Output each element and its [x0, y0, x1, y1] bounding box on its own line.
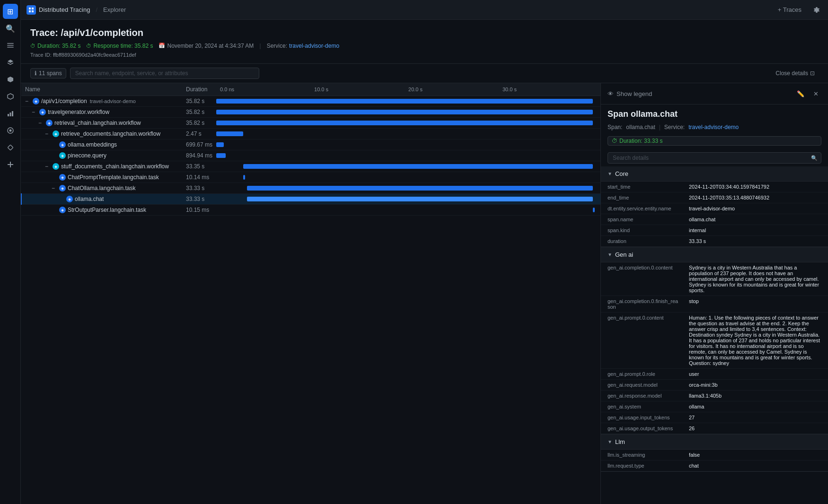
span-title: Span ollama.chat: [601, 104, 828, 122]
detail-value: Sydney is a city in Western Australia th…: [686, 262, 828, 295]
detail-search-input[interactable]: [608, 152, 821, 164]
sidebar-icon-diamond[interactable]: [3, 140, 18, 155]
detail-key: end_time: [601, 192, 686, 203]
sidebar-icon-plus[interactable]: [3, 157, 18, 172]
svg-rect-13: [29, 8, 31, 9]
span-name-cell: −◈travelgenerator.workflow: [25, 109, 178, 115]
settings-icon[interactable]: [811, 4, 822, 16]
sidebar-icon-layers[interactable]: [3, 55, 18, 70]
svg-rect-1: [7, 45, 14, 46]
duration-cell: 33.35 s: [182, 161, 216, 172]
span-name-cell: ◈StrOutputParser.langchain.task: [25, 207, 178, 213]
page-meta: ⏱ Duration: 35.82 s ⏱ Response time: 35.…: [30, 42, 819, 49]
sidebar-icon-hex1[interactable]: [3, 72, 18, 87]
detail-value: 2024-11-20T03:35:13.4880746932: [686, 192, 828, 203]
span-subtitle: Span: ollama.chat | Service: travel-advi…: [601, 122, 828, 134]
detail-key: dt.entity.service.entity.name: [601, 203, 686, 214]
core-chevron-icon: ▼: [608, 171, 612, 176]
expand-icon[interactable]: −: [32, 109, 37, 115]
trace-table: Name Duration 0.0 ns 10.0 s 20.0 s 30.0 …: [21, 83, 600, 216]
detail-row: gen_ai.response.modelllama3.1:405b: [601, 391, 828, 401]
calendar-icon: 📅: [159, 43, 165, 49]
span-label: Span:: [608, 124, 622, 130]
table-row[interactable]: −◈stuff_documents_chain.langchain.workfl…: [21, 161, 600, 172]
table-row[interactable]: −◈retrieve_documents.langchain.workflow2…: [21, 129, 600, 139]
sidebar-icon-search[interactable]: 🔍: [3, 21, 18, 36]
detail-key: gen_ai.usage.output_tokens: [601, 423, 686, 434]
detail-key: gen_ai.system: [601, 401, 686, 412]
detail-row: gen_ai.completion.0.finish_reasonstop: [601, 296, 828, 313]
response-icon: ⏱: [86, 43, 91, 49]
detail-key: duration: [601, 236, 686, 246]
span-name-text: retrieval_chain.langchain.workflow: [54, 120, 141, 126]
timeline-bar: [216, 110, 593, 114]
table-row[interactable]: −◈/api/v1/completiontravel-advisor-demo3…: [21, 96, 600, 107]
detail-value: 33.33 s: [686, 236, 828, 246]
edit-icon[interactable]: ✏️: [795, 88, 806, 99]
expand-icon[interactable]: −: [45, 163, 51, 170]
detail-row: span.kindinternal: [601, 225, 828, 236]
svg-rect-0: [7, 43, 14, 44]
topbar-brand: Distributed Tracing: [26, 5, 90, 15]
detail-value: chat: [686, 461, 828, 471]
panel-service-link[interactable]: travel-advisor-demo: [688, 124, 739, 130]
panel-close-icon[interactable]: ✕: [810, 88, 821, 99]
detail-row: gen_ai.request.modelorca-mini:3b: [601, 380, 828, 391]
table-row[interactable]: −◈ChatOllama.langchain.task33.33 s: [21, 183, 600, 194]
trace-search-input[interactable]: [70, 68, 259, 79]
span-name-cell: ◈ollama.chat: [26, 196, 178, 202]
span-name-cell: −◈retrieval_chain.langchain.workflow: [25, 120, 178, 126]
expand-icon[interactable]: −: [52, 185, 57, 191]
span-type-icon: ◈: [59, 174, 66, 181]
sidebar-icon-chart[interactable]: [3, 106, 18, 121]
detail-row: gen_ai.prompt.0.contentHuman: 1. Use the…: [601, 313, 828, 369]
llm-section-header[interactable]: ▼ Llm: [601, 434, 828, 450]
llm-section-label: Llm: [615, 438, 625, 445]
close-details-button[interactable]: Close details ⊡: [772, 68, 819, 79]
table-row[interactable]: ◈ChatPromptTemplate.langchain.task10.14 …: [21, 172, 600, 183]
table-row[interactable]: ◈ollama.embeddings699.67 ms: [21, 139, 600, 150]
svg-rect-12: [8, 164, 13, 165]
expand-icon[interactable]: −: [38, 120, 44, 126]
sidebar-icon-hex2[interactable]: [3, 89, 18, 104]
service-link[interactable]: travel-advisor-demo: [289, 43, 339, 49]
table-row[interactable]: ◈pinecone.query894.94 ms: [21, 150, 600, 161]
span-name-text: ollama.chat: [75, 196, 104, 202]
svg-rect-5: [8, 114, 9, 116]
timeline-cell: [216, 205, 600, 216]
show-legend-section: 👁 Show legend: [608, 90, 652, 97]
table-row[interactable]: ◈ollama.chat33.33 s: [21, 194, 600, 205]
sidebar-icon-tracing[interactable]: [3, 123, 18, 138]
table-row[interactable]: ◈StrOutputParser.langchain.task10.15 ms: [21, 205, 600, 216]
sidebar-icon-home[interactable]: ⊞: [3, 4, 18, 19]
expand-icon[interactable]: −: [25, 98, 31, 104]
detail-key: gen_ai.response.model: [601, 391, 686, 401]
detail-key: span.kind: [601, 225, 686, 235]
traces-button[interactable]: + Traces: [774, 4, 805, 15]
span-name-text: /api/v1/completion: [41, 98, 87, 104]
genai-section-header[interactable]: ▼ Gen ai: [601, 247, 828, 262]
detail-row: duration33.33 s: [601, 236, 828, 247]
trace-area: Name Duration 0.0 ns 10.0 s 20.0 s 30.0 …: [21, 83, 828, 504]
sidebar-icon-menu[interactable]: [3, 38, 18, 53]
svg-rect-14: [32, 8, 34, 9]
svg-rect-16: [32, 10, 34, 12]
sidebar: ⊞ 🔍: [0, 0, 21, 504]
expand-icon[interactable]: −: [45, 130, 51, 137]
table-row[interactable]: −◈retrieval_chain.langchain.workflow35.8…: [21, 118, 600, 129]
span-type-icon: ◈: [59, 152, 66, 159]
span-name-text: ChatPromptTemplate.langchain.task: [68, 174, 159, 181]
date-badge: 📅 November 20, 2024 at 4:34:37 AM: [159, 43, 254, 49]
duration-cell: 10.14 ms: [182, 172, 216, 183]
detail-row: span.nameollama.chat: [601, 214, 828, 225]
llm-fields: llm.is_streamingfalsellm.request.typecha…: [601, 450, 828, 471]
core-section-header[interactable]: ▼ Core: [601, 166, 828, 182]
table-row[interactable]: −◈travelgenerator.workflow35.82 s: [21, 107, 600, 118]
detail-key: llm.request.type: [601, 461, 686, 471]
span-name-cell: −◈retrieve_documents.langchain.workflow: [25, 130, 178, 137]
clock-icon: ⏱: [30, 43, 35, 49]
duration-icon: ⏱: [612, 138, 617, 144]
span-name-cell: −◈ChatOllama.langchain.task: [25, 185, 178, 191]
spans-badge: ℹ 11 spans: [30, 68, 66, 78]
duration-badge: ⏱ Duration: 35.82 s: [30, 43, 80, 49]
